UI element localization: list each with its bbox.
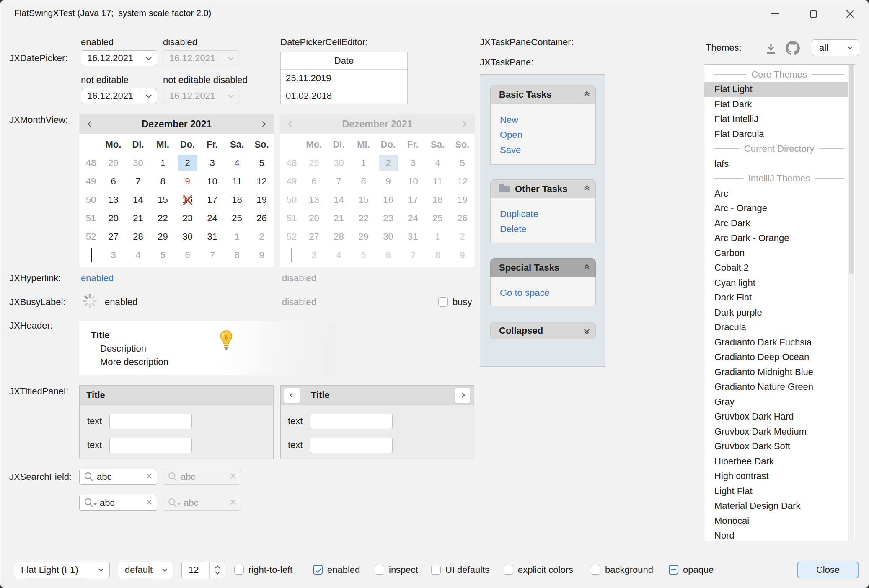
theme-item[interactable]: Gruvbox Dark Hard [704,409,848,425]
calendar-day[interactable]: 25 [225,209,249,228]
next-button[interactable] [455,387,471,404]
calendar-day[interactable]: 3 [101,246,126,264]
datepicker-value[interactable]: 16.12.2021 [81,51,140,66]
checkbox-box[interactable] [431,565,441,575]
minimize-button[interactable] [762,5,787,23]
laf-combo[interactable]: Flat Light (F1) [14,562,110,578]
themes-list[interactable]: Core ThemesFlat LightFlat DarkFlat Intel… [704,64,855,541]
calendar-day[interactable]: 31 [200,228,225,246]
datepicker-dropdown-button[interactable] [140,88,157,104]
calendar-day[interactable]: 3 [200,154,225,172]
theme-item[interactable]: Flat Light [704,82,848,97]
theme-item[interactable]: Arc Dark - Orange [704,231,848,246]
spinner-value[interactable]: 12 [182,562,209,578]
task-link-go-to-space[interactable]: Go to space [500,285,595,300]
theme-item[interactable]: Dark purple [704,305,848,320]
calendar-day[interactable]: 30 [126,154,150,172]
theme-item[interactable]: Arc [704,186,848,201]
checkbox-box[interactable] [438,297,448,307]
calendar-day[interactable]: 10 [200,172,225,191]
theme-item[interactable]: Gruvbox Dark Medium [704,424,848,439]
calendar-day[interactable]: 5 [249,154,274,172]
calendar-day[interactable]: 1 [225,228,249,246]
calendar-day[interactable]: 2 [175,154,200,172]
checkbox-background[interactable]: background [591,565,653,575]
checkbox-opaque[interactable]: opaque [669,565,714,575]
maximize-button[interactable] [801,5,826,23]
search-menu-caret-icon[interactable] [93,503,97,505]
theme-item[interactable]: Dark Flat [704,290,848,306]
task-link-duplicate[interactable]: Duplicate [500,207,595,222]
calendar-day[interactable]: 21 [126,209,150,228]
theme-item[interactable]: Gradianto Deep Ocean [704,350,848,365]
calendar-day[interactable]: 15 [150,191,175,209]
scrollbar-thumb[interactable] [849,65,854,274]
text-field[interactable] [310,438,393,453]
task-link-new[interactable]: New [500,112,595,127]
checkbox-inspect[interactable]: inspect [375,565,418,575]
datepicker-dropdown-button[interactable] [140,51,157,66]
task-link-delete[interactable]: Delete [500,222,595,237]
calendar-day[interactable]: 16 [175,191,200,209]
theme-item[interactable]: Gradianto Nature Green [704,380,848,395]
calendar-day[interactable]: 4 [126,246,150,264]
calendar-day[interactable]: 9 [175,172,200,191]
checkbox-right-to-left[interactable]: right-to-left [234,565,292,575]
theme-item[interactable]: Gradianto Midnight Blue [704,365,848,380]
calendar-day[interactable]: 6 [101,172,126,191]
text-field[interactable] [310,414,393,429]
taskpane-header[interactable]: Basic Tasks [490,85,596,104]
theme-item[interactable]: Flat Dark [704,97,848,112]
clear-icon[interactable]: × [146,471,153,482]
calendar-day[interactable]: 14 [126,191,150,209]
checkbox-enabled[interactable]: enabled [313,565,360,575]
theme-item[interactable]: Gruvbox Dark Soft [704,439,848,454]
checkbox-box[interactable] [591,565,600,575]
theme-item[interactable]: Nord [704,528,848,542]
datepicker-not-editable[interactable]: 16.12.2021 [81,88,157,104]
search-field-enabled[interactable]: abc × [79,469,157,485]
search-text[interactable]: abc [93,471,144,482]
checkbox-ui-defaults[interactable]: UI defaults [431,565,489,575]
calendar-day[interactable]: 29 [101,154,126,172]
calendar-day[interactable]: 18 [225,191,249,209]
calendar-day[interactable]: 9 [249,246,274,264]
spinner-buttons[interactable] [209,562,225,578]
calendar-day[interactable]: 7 [200,246,225,264]
calendar-day[interactable]: 28 [126,228,150,246]
task-link-save[interactable]: Save [500,142,595,158]
font-size-spinner[interactable]: 12 [181,562,225,578]
calendar-day[interactable]: 22 [150,209,175,228]
theme-item[interactable]: Flat Darcula [704,127,848,142]
busy-checkbox[interactable]: busy [438,297,472,307]
taskpane-header[interactable]: Collapsed [490,322,596,339]
clear-icon[interactable]: × [146,497,153,508]
collapse-icon[interactable] [585,92,589,98]
calendar-day[interactable]: 29 [150,228,175,246]
calendar-day[interactable]: 8 [225,246,249,264]
calendar-day[interactable]: 13 [101,191,126,209]
table-row[interactable]: 25.11.2019 [281,70,407,87]
hyperlink-enabled[interactable]: enabled [81,272,114,284]
scrollbar[interactable] [848,65,854,541]
collapse-icon[interactable] [585,186,589,192]
checkbox-explicit-colors[interactable]: explicit colors [504,565,573,575]
close-window-button[interactable] [838,5,863,23]
theme-item[interactable]: Gray [704,394,848,409]
theme-item[interactable]: Hiberbee Dark [704,454,848,469]
calendar-day[interactable]: 2 [249,228,274,246]
theme-item[interactable]: lafs [704,156,848,171]
table-row[interactable]: 01.02.2018 [281,87,407,105]
theme-item[interactable]: Light Flat [704,484,848,499]
taskpane-header[interactable]: Special Tasks [490,258,596,277]
checkbox-box[interactable] [375,565,384,575]
taskpane-header[interactable]: Other Tasks [490,179,596,198]
search-text[interactable]: abc [99,497,144,508]
calendar-day[interactable]: 6 [175,246,200,264]
theme-item[interactable]: Arc - Orange [704,201,848,216]
font-combo[interactable]: default [118,562,173,578]
calendar-day[interactable]: 27 [101,228,126,246]
calendar-day[interactable]: 26 [249,209,274,228]
celleditor-table[interactable]: Date 25.11.201901.02.2018 [280,52,408,104]
calendar-day[interactable]: 24 [200,209,225,228]
